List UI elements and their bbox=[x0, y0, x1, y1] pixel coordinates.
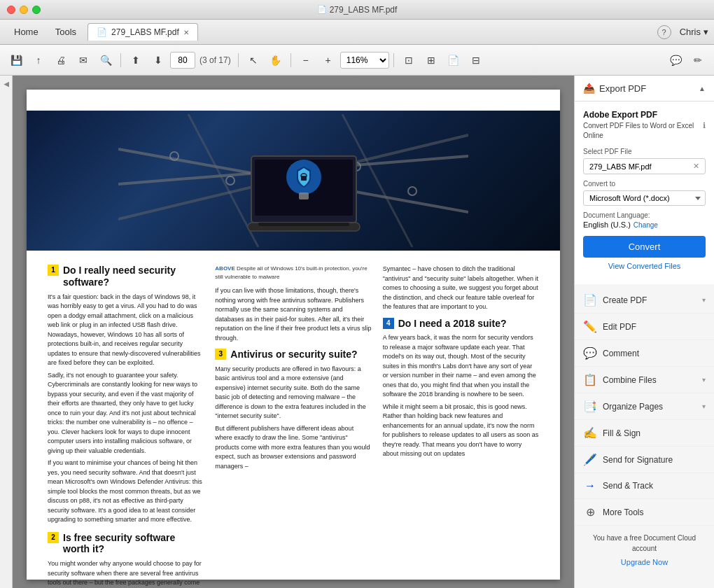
tab-close-button[interactable]: ✕ bbox=[183, 29, 189, 36]
tool-edit-pdf-label: Edit PDF bbox=[603, 322, 706, 332]
combine-files-chevron-icon: ▾ bbox=[702, 376, 706, 384]
tab-bar: Home Tools 📄 279_LABS MF.pdf ✕ ? Chris ▾ bbox=[0, 20, 714, 45]
tool-more-tools[interactable]: ⊕ More Tools bbox=[575, 499, 714, 526]
pdf-middle-column: ABOVE Despite all of Windows 10's built-… bbox=[215, 265, 371, 588]
language-value: English (U.S.) bbox=[583, 220, 631, 229]
tool-more-tools-label: More Tools bbox=[603, 507, 706, 517]
right-panel-header: 📤 Export PDF ▲ bbox=[575, 76, 714, 102]
title-bar: 📄 279_LABS MF.pdf bbox=[0, 0, 714, 20]
tool-fill-sign-label: Fill & Sign bbox=[603, 428, 706, 438]
caption-label: ABOVE bbox=[215, 265, 234, 272]
pdf-content-columns: 1 Do I really need security software? It… bbox=[48, 265, 539, 588]
export-icon: 📤 bbox=[583, 83, 595, 94]
zoom-out-button[interactable]: − bbox=[295, 50, 316, 71]
search-button[interactable]: 🔍 bbox=[95, 50, 116, 71]
create-pdf-icon: 📄 bbox=[583, 293, 597, 307]
close-button[interactable] bbox=[7, 6, 15, 14]
comment-tool-button[interactable]: 💬 bbox=[665, 50, 686, 71]
email-button[interactable]: ✉ bbox=[73, 50, 94, 71]
send-track-icon: → bbox=[583, 479, 597, 492]
single-page-button[interactable]: 📄 bbox=[443, 50, 464, 71]
window-title: 📄 279_LABS MF.pdf bbox=[317, 5, 398, 15]
file-name: 279_LABS MF.pdf bbox=[589, 162, 652, 171]
tool-combine-files[interactable]: 📋 Combine Files ▾ bbox=[575, 367, 714, 393]
tool-fill-sign[interactable]: ✍️ Fill & Sign bbox=[575, 420, 714, 447]
fit-page-button[interactable]: ⊡ bbox=[398, 50, 419, 71]
question-2-body-1: You might wonder why anyone would choose… bbox=[48, 559, 204, 588]
two-page-button[interactable]: ⊟ bbox=[465, 50, 486, 71]
svg-rect-14 bbox=[299, 192, 309, 200]
tool-edit-pdf[interactable]: ✏️ Edit PDF bbox=[575, 314, 714, 340]
minimize-button[interactable] bbox=[20, 6, 28, 14]
user-name: Chris bbox=[680, 27, 701, 37]
question-1-num: 1 bbox=[48, 265, 59, 276]
share-button[interactable]: ↑ bbox=[28, 50, 49, 71]
zoom-select[interactable]: 50% 75% 100% 116% 125% 150% 200% bbox=[340, 52, 389, 69]
tool-organize-pages[interactable]: 📑 Organize Pages ▾ bbox=[575, 393, 714, 420]
tool-comment-label: Comment bbox=[603, 349, 706, 358]
hand-tool-button[interactable]: ✋ bbox=[265, 50, 286, 71]
create-pdf-chevron-icon: ▾ bbox=[702, 296, 706, 304]
title-text: 279_LABS MF.pdf bbox=[330, 5, 398, 15]
question-3-body-2: But different publishers have different … bbox=[215, 424, 371, 472]
maximize-button[interactable] bbox=[32, 6, 41, 14]
tool-send-signature[interactable]: 🖊️ Send for Signature bbox=[575, 447, 714, 473]
send-signature-icon: 🖊️ bbox=[583, 453, 597, 466]
svg-point-8 bbox=[408, 187, 416, 195]
image-caption: ABOVE Despite all of Windows 10's built-… bbox=[215, 265, 371, 281]
question-1-body-3: If you want to minimise your chances of … bbox=[48, 458, 204, 525]
tool-comment[interactable]: 💬 Comment bbox=[575, 340, 714, 367]
pdf-area[interactable]: 1 Do I really need security software? It… bbox=[13, 76, 574, 588]
organize-pages-icon: 📑 bbox=[583, 400, 597, 413]
file-selector[interactable]: 279_LABS MF.pdf ✕ bbox=[583, 158, 706, 174]
question-1-heading: Do I really need security software? bbox=[63, 265, 204, 288]
question-1-body-2: Sadly, it's not enough to guarantee your… bbox=[48, 371, 204, 456]
svg-rect-16 bbox=[258, 223, 349, 226]
question-4-title: 4 Do I need a 2018 suite? bbox=[383, 318, 539, 330]
pdf-header-image bbox=[27, 111, 560, 251]
tab-home[interactable]: Home bbox=[6, 24, 47, 40]
export-info-icon[interactable]: ℹ bbox=[703, 121, 706, 130]
prev-page-button[interactable]: ⬆ bbox=[125, 50, 146, 71]
comment-icon: 💬 bbox=[583, 346, 597, 360]
toolbar-separator-3 bbox=[290, 53, 291, 67]
print-button[interactable]: 🖨 bbox=[50, 50, 71, 71]
user-menu[interactable]: Chris ▾ bbox=[680, 27, 708, 37]
upgrade-text: You have a free Document Cloud account bbox=[593, 534, 696, 552]
select-file-label: Select PDF File bbox=[583, 148, 706, 155]
panel-toggle-button[interactable]: ▶ bbox=[4, 81, 9, 89]
right-body-1: Symantec – have chosen to ditch the trad… bbox=[383, 265, 539, 312]
next-page-button[interactable]: ⬇ bbox=[148, 50, 169, 71]
tool-combine-files-label: Combine Files bbox=[603, 375, 696, 385]
question-2-heading: Is free security software worth it? bbox=[63, 532, 204, 556]
format-select[interactable]: Microsoft Word (*.docx) bbox=[583, 190, 706, 206]
change-language-link[interactable]: Change bbox=[634, 221, 658, 229]
save-button[interactable]: 💾 bbox=[6, 50, 27, 71]
help-button[interactable]: ? bbox=[657, 25, 671, 39]
tool-send-track[interactable]: → Send & Track bbox=[575, 473, 714, 499]
convert-button[interactable]: Convert bbox=[583, 236, 706, 258]
select-tool-button[interactable]: ↖ bbox=[243, 50, 264, 71]
tab-file[interactable]: 📄 279_LABS MF.pdf ✕ bbox=[88, 23, 198, 41]
view-converted-link[interactable]: View Converted Files bbox=[583, 262, 706, 270]
pdf-right-column: Symantec – have chosen to ditch the trad… bbox=[383, 265, 539, 588]
tool-create-pdf[interactable]: 📄 Create PDF ▾ bbox=[575, 287, 714, 314]
tab-tools[interactable]: Tools bbox=[47, 24, 85, 40]
svg-point-6 bbox=[226, 176, 234, 185]
draw-tool-button[interactable]: ✏ bbox=[687, 50, 708, 71]
tool-send-track-label: Send & Track bbox=[603, 481, 706, 491]
right-panel: 📤 Export PDF ▲ Adobe Export PDF Convert … bbox=[574, 76, 714, 588]
window-controls[interactable] bbox=[7, 6, 41, 14]
toolbar-separator-1 bbox=[120, 53, 121, 67]
export-title-label: Export PDF bbox=[599, 83, 646, 94]
toolbar-separator-2 bbox=[238, 53, 239, 67]
file-clear-button[interactable]: ✕ bbox=[693, 162, 699, 171]
panel-collapse-button[interactable]: ▲ bbox=[699, 85, 706, 92]
page-number-input[interactable]: 80 bbox=[170, 52, 195, 69]
tools-list: 📄 Create PDF ▾ ✏️ Edit PDF 💬 Comment 📋 C… bbox=[575, 287, 714, 526]
zoom-in-button[interactable]: + bbox=[318, 50, 339, 71]
question-3-body-1: Many security products are offered in tw… bbox=[215, 365, 371, 421]
fit-width-button[interactable]: ⊞ bbox=[421, 50, 442, 71]
upgrade-now-link[interactable]: Upgrade Now bbox=[583, 556, 706, 568]
pdf-left-column: 1 Do I really need security software? It… bbox=[48, 265, 204, 588]
